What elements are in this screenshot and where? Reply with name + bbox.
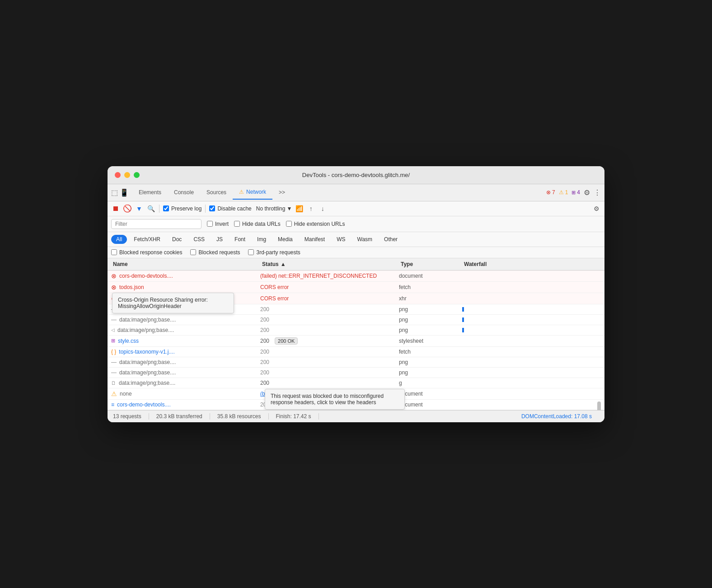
network-settings-icon[interactable]: ⚙	[592, 204, 601, 213]
filter-icon[interactable]: ▼	[135, 204, 144, 213]
blocked-cookies-label[interactable]: Blocked response cookies	[111, 249, 182, 256]
type-btn-fetch-xhr[interactable]: Fetch/XHR	[129, 235, 165, 244]
col-name[interactable]: Name	[111, 260, 260, 268]
type-btn-media[interactable]: Media	[273, 235, 298, 244]
hide-data-urls-label[interactable]: Hide data URLs	[234, 221, 281, 227]
clear-button[interactable]: 🚫	[123, 204, 132, 213]
disable-cache-checkbox[interactable]	[209, 205, 215, 211]
tab-network[interactable]: ⚠ Network	[233, 185, 272, 200]
row-status: 200	[260, 317, 399, 323]
dash-icon: —	[111, 317, 117, 323]
preserve-log-checkbox[interactable]	[163, 205, 169, 211]
error-icon: ⊗	[111, 295, 117, 302]
table-row[interactable]: ⊞ style.css 200 200 OK stylesheet	[108, 336, 604, 347]
stop-recording-button[interactable]: ⏹	[111, 204, 120, 213]
filter-input[interactable]	[111, 219, 201, 229]
warn-icon: ⚠	[111, 390, 117, 397]
type-btn-other[interactable]: Other	[379, 235, 403, 244]
disable-cache-label[interactable]: Disable cache	[209, 205, 251, 212]
row-status: CORS error	[260, 295, 399, 302]
tab-more[interactable]: >>	[272, 186, 291, 199]
type-btn-font[interactable]: Font	[230, 235, 250, 244]
close-button[interactable]	[115, 172, 121, 178]
hide-data-urls-checkbox[interactable]	[234, 221, 240, 227]
table-row[interactable]: { } topics-taxonomy-v1.j.... 200 fetch	[108, 347, 604, 357]
type-btn-css[interactable]: CSS	[188, 235, 210, 244]
waterfall-bar	[462, 317, 464, 322]
file-icon: 🗋	[111, 380, 116, 386]
table-row[interactable]: — data:image/png;base.... 200 png	[108, 315, 604, 325]
network-table: ⊗ cors-demo-devtools.... (failed) net::E…	[108, 271, 604, 410]
invert-checkbox[interactable]	[207, 221, 213, 227]
table-row[interactable]: ≡ cors-demo-devtools.... 200 document	[108, 400, 604, 410]
type-btn-manifest[interactable]: Manifest	[300, 235, 330, 244]
devtools-icons-left: ⬚ 📱	[111, 188, 129, 197]
type-btn-wasm[interactable]: Wasm	[352, 235, 378, 244]
row-type: xhr	[399, 295, 462, 302]
settings-icon[interactable]: ⚙	[584, 188, 590, 197]
table-row[interactable]: ⊗ cors-demo-devtools.... (failed) net::E…	[108, 271, 604, 282]
resources-size: 35.8 kB resources	[210, 413, 269, 420]
row-name-text: data:image/png;base....	[119, 306, 176, 313]
col-type[interactable]: Type	[399, 260, 462, 268]
type-btn-all[interactable]: All	[111, 235, 127, 244]
toolbar-separator-1	[159, 205, 159, 213]
type-btn-img[interactable]: Img	[252, 235, 271, 244]
maximize-button[interactable]	[134, 172, 140, 178]
waterfall-bar	[462, 328, 464, 332]
type-btn-doc[interactable]: Doc	[167, 235, 187, 244]
row-name: ◁ data:image/png;base....	[111, 327, 260, 333]
window-title: DevTools - cors-demo-devtools.glitch.me/	[302, 172, 410, 178]
tab-elements[interactable]: Elements	[132, 186, 168, 199]
blocked-cookies-checkbox[interactable]	[111, 249, 117, 255]
warning-icon-network: ⚠	[239, 189, 244, 195]
hide-extension-urls-checkbox[interactable]	[286, 221, 292, 227]
warning-badge: ⚠ 1	[559, 189, 568, 196]
row-name-text: cors-demo-devtools....	[119, 273, 173, 279]
more-icon[interactable]: ⋮	[594, 188, 601, 197]
row-name: ⊗ todos.json	[111, 284, 260, 291]
row-status: 200 200 OK	[260, 337, 399, 345]
doc-icon: ≡	[111, 401, 114, 408]
invert-label[interactable]: Invert	[207, 221, 229, 227]
table-row[interactable]: ◁ data:image/png;base.... 200 png	[108, 325, 604, 336]
hide-extension-urls-label[interactable]: Hide extension URLs	[286, 221, 345, 227]
tab-sources[interactable]: Sources	[200, 186, 233, 199]
download-icon[interactable]: ↓	[318, 204, 327, 213]
blocked-requests-label[interactable]: Blocked requests	[190, 249, 240, 256]
sort-icon: ▲	[281, 261, 286, 267]
type-btn-js[interactable]: JS	[211, 235, 228, 244]
row-name: ⊗ dummy.json	[111, 295, 260, 302]
third-party-checkbox[interactable]	[248, 249, 254, 255]
table-row[interactable]: — data:image/png;base.... 200 png	[108, 357, 604, 368]
table-row[interactable]: ⊗ todos.json CORS error Cross-Origin Res…	[108, 282, 604, 293]
status-badge: 200 OK	[275, 337, 298, 345]
table-row[interactable]: ⊗ dummy.json CORS error xhr	[108, 293, 604, 304]
row-waterfall	[462, 307, 601, 312]
inspect-icon[interactable]: ⬚	[111, 188, 118, 197]
network-toolbar: ⏹ 🚫 ▼ 🔍 Preserve log Disable cache No th…	[108, 201, 604, 216]
preserve-log-label[interactable]: Preserve log	[163, 205, 201, 212]
table-row[interactable]: 🗋 data:image/png;base.... 200 This reque…	[108, 378, 604, 388]
wifi-icon[interactable]: 📶	[295, 204, 304, 213]
device-icon[interactable]: 📱	[120, 188, 129, 197]
search-icon[interactable]: 🔍	[146, 204, 155, 213]
upload-icon[interactable]: ↑	[306, 204, 315, 213]
third-party-label[interactable]: 3rd-party requests	[248, 249, 300, 256]
js-icon: { }	[111, 349, 116, 355]
type-btn-ws[interactable]: WS	[332, 235, 350, 244]
error-icon: ⊗	[546, 189, 551, 196]
row-name: ≡ cors-demo-devtools....	[111, 401, 260, 408]
throttle-selector[interactable]: No throttling ▼	[256, 205, 292, 212]
table-row[interactable]: — data:image/png;base.... 200 png	[108, 368, 604, 378]
table-row[interactable]: ⚠ none (blocked:NotSameOriginAfterDefaul…	[108, 388, 604, 400]
col-waterfall[interactable]: Waterfall	[462, 260, 601, 268]
tab-console[interactable]: Console	[168, 186, 200, 199]
minimize-button[interactable]	[124, 172, 130, 178]
row-name: ⚠ none	[111, 390, 260, 397]
col-status[interactable]: Status ▲	[260, 260, 399, 268]
row-name-text: data:image/png;base....	[119, 369, 176, 376]
throttle-chevron: ▼	[286, 205, 292, 212]
blocked-requests-checkbox[interactable]	[190, 249, 196, 255]
table-row[interactable]: — data:image/png;base.... 200 png	[108, 304, 604, 315]
